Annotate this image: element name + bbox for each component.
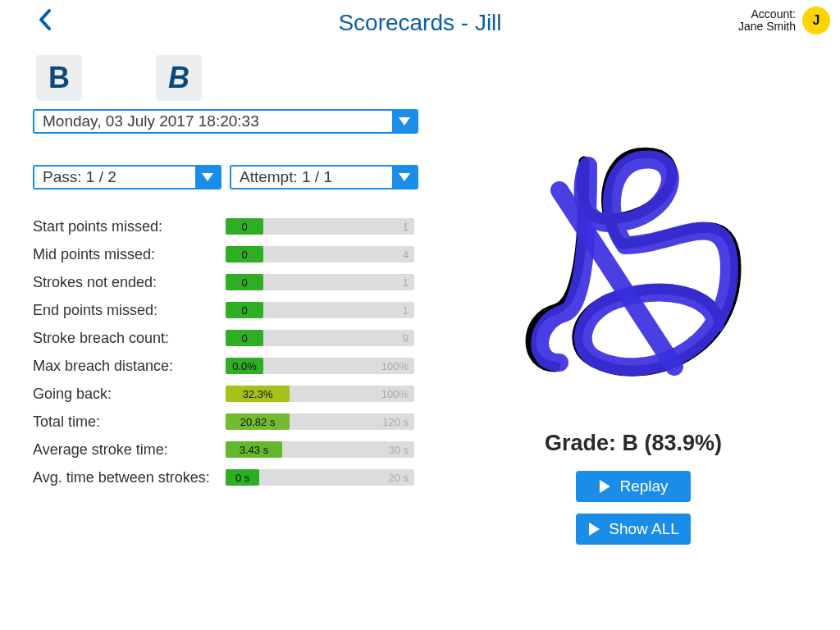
letter-tile-italic[interactable]: B (156, 55, 202, 101)
avatar-initial: J (813, 13, 820, 28)
metric-bar: 09 (226, 330, 414, 346)
metric-row: Total time:20.82 s120 s (33, 408, 435, 436)
metric-max: 1 (403, 218, 409, 235)
metric-row: Stroke breach count:09 (33, 324, 435, 352)
metric-bar: 01 (226, 302, 414, 318)
metric-max: 100% (381, 358, 409, 374)
metric-label: Average stroke time: (33, 441, 226, 459)
metric-value: 0 (226, 274, 263, 290)
page-title: Scorecards - Jill (0, 10, 840, 36)
metric-row: Avg. time between strokes:0 s20 s (33, 463, 435, 491)
metric-row: Start points missed:01 (33, 212, 435, 240)
metric-max: 1 (403, 302, 409, 318)
letter-tile-normal[interactable]: B (36, 55, 82, 101)
metric-max: 120 s (382, 413, 409, 430)
attempt-select[interactable]: Attempt: 1 / 1 (230, 165, 418, 189)
metric-bar: 04 (226, 246, 414, 262)
metric-bar: 20.82 s120 s (226, 413, 414, 430)
metric-max: 4 (403, 246, 409, 262)
chevron-down-icon (392, 167, 417, 188)
show-all-button-label: Show ALL (609, 520, 679, 538)
pass-select[interactable]: Pass: 1 / 2 (33, 165, 221, 189)
svg-marker-2 (399, 173, 410, 181)
play-icon (598, 479, 611, 494)
chevron-down-icon (195, 167, 220, 188)
metrics-list: Start points missed:01Mid points missed:… (33, 212, 435, 491)
metric-bar: 01 (226, 274, 414, 290)
attempt-select-label: Attempt: 1 / 1 (231, 168, 392, 186)
metric-value: 0.0% (226, 358, 263, 374)
svg-marker-4 (589, 523, 600, 536)
pass-select-label: Pass: 1 / 2 (34, 168, 195, 186)
metric-row: Strokes not ended:01 (33, 268, 435, 296)
metric-max: 9 (403, 330, 409, 346)
grade-label: Grade: B (83.9%) (545, 431, 722, 456)
metric-value: 0 s (226, 469, 259, 486)
metric-row: Going back:32.3%100% (33, 380, 435, 408)
metric-max: 1 (403, 274, 409, 290)
play-icon (587, 522, 600, 536)
metric-label: Total time: (33, 413, 226, 431)
metric-label: Avg. time between strokes: (33, 469, 226, 486)
account-info[interactable]: Account: Jane Smith J (738, 7, 830, 34)
header: Scorecards - Jill Account: Jane Smith J (0, 0, 840, 45)
date-select-label: Monday, 03 July 2017 18:20:33 (34, 112, 392, 130)
metric-max: 20 s (388, 469, 409, 486)
show-all-button[interactable]: Show ALL (576, 514, 691, 545)
metric-label: Max breach distance: (33, 358, 226, 375)
metric-label: Mid points missed: (33, 246, 226, 263)
svg-marker-1 (202, 173, 213, 181)
metric-label: End points missed: (33, 302, 226, 319)
metric-bar: 01 (226, 218, 414, 235)
account-name: Jane Smith (738, 21, 796, 33)
metric-max: 30 s (388, 441, 409, 458)
back-button[interactable] (37, 8, 53, 34)
account-label: Account: (738, 8, 796, 21)
metric-label: Stroke breach count: (33, 330, 226, 347)
metric-value: 0 (226, 218, 263, 235)
replay-button-label: Replay (619, 477, 668, 495)
metric-value: 32.3% (226, 386, 290, 402)
metric-label: Strokes not ended: (33, 274, 226, 291)
metric-bar: 0.0%100% (226, 358, 414, 374)
account-text: Account: Jane Smith (738, 8, 796, 34)
svg-marker-3 (600, 480, 610, 493)
metric-value: 20.82 s (226, 413, 290, 430)
metric-bar: 32.3%100% (226, 386, 414, 402)
replay-button[interactable]: Replay (576, 471, 691, 502)
metric-label: Start points missed: (33, 218, 226, 235)
metric-max: 100% (381, 386, 409, 402)
metric-row: Average stroke time:3.43 s30 s (33, 436, 435, 463)
metric-value: 3.43 s (226, 441, 282, 458)
metric-value: 0 (226, 302, 263, 318)
letter-tiles: B B (36, 55, 435, 101)
left-panel: B B Monday, 03 July 2017 18:20:33 Pass: … (33, 55, 435, 545)
metric-row: Max breach distance:0.0%100% (33, 352, 435, 380)
metric-row: End points missed:01 (33, 296, 435, 324)
metric-bar: 0 s20 s (226, 469, 414, 486)
metric-value: 0 (226, 246, 263, 262)
date-select[interactable]: Monday, 03 July 2017 18:20:33 (33, 109, 418, 134)
svg-marker-0 (399, 117, 410, 126)
chevron-down-icon (392, 111, 417, 132)
chevron-left-icon (37, 8, 53, 31)
handwriting-preview (482, 112, 785, 416)
metric-label: Going back: (33, 386, 226, 403)
right-panel: Grade: B (83.9%) Replay Show ALL (459, 55, 807, 545)
metric-row: Mid points missed:04 (33, 240, 435, 268)
metric-bar: 3.43 s30 s (226, 441, 414, 458)
avatar: J (802, 7, 830, 34)
metric-value: 0 (226, 330, 263, 346)
